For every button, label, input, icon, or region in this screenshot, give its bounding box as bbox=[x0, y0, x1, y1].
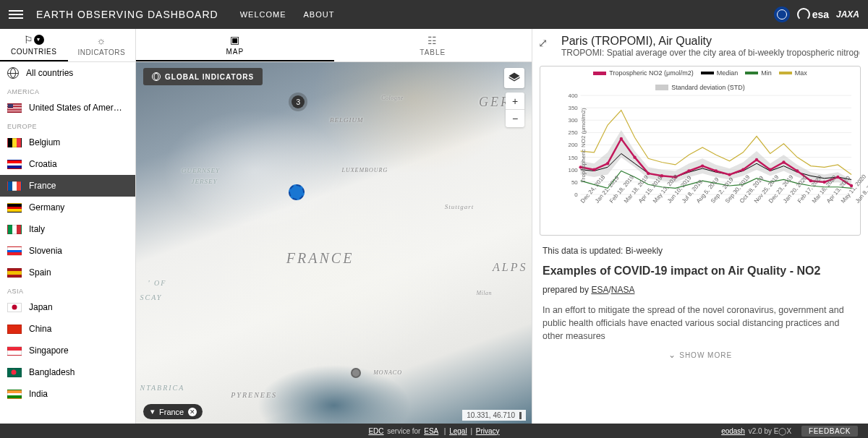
map[interactable]: FRANCE GERM ALPS BELGIUM LUXEMBOURG MONA… bbox=[136, 62, 532, 424]
country-sg[interactable]: Singapore bbox=[0, 340, 135, 361]
map-label-scay: SCAY bbox=[140, 293, 162, 301]
coordinates-display: 10.331, 46.710 bbox=[462, 410, 526, 421]
detail-panel: ⤢ Paris (TROPOMI), Air Quality TROPOMI: … bbox=[532, 29, 868, 424]
flag-it-icon bbox=[7, 225, 22, 234]
flag-us-icon bbox=[7, 103, 22, 113]
country-in[interactable]: India bbox=[0, 383, 135, 405]
filter-chip-label: France bbox=[159, 408, 184, 416]
jaxa-logo-icon[interactable]: JAXA bbox=[836, 9, 859, 20]
country-si[interactable]: Slovenia bbox=[0, 240, 135, 262]
svg-point-30 bbox=[741, 168, 744, 171]
flag-es-icon bbox=[7, 268, 22, 278]
country-be[interactable]: Belgium bbox=[0, 132, 135, 153]
eox-logo[interactable]: E◯X bbox=[774, 427, 791, 435]
country-de[interactable]: Germany bbox=[0, 197, 135, 218]
svg-text:100: 100 bbox=[569, 167, 579, 173]
svg-point-34 bbox=[796, 169, 799, 172]
globe-icon bbox=[152, 72, 161, 81]
link-esa-footer[interactable]: ESA bbox=[424, 427, 438, 435]
tab-map[interactable]: ▣ MAP bbox=[136, 29, 334, 61]
global-indicators-button[interactable]: GLOBAL INDICATORS bbox=[143, 68, 263, 85]
nasa-logo-icon[interactable] bbox=[774, 7, 790, 22]
global-indicators-label: GLOBAL INDICATORS bbox=[165, 73, 254, 81]
globe-icon bbox=[7, 67, 19, 79]
map-label-france: FRANCE bbox=[286, 250, 354, 267]
show-more-button[interactable]: SHOW MORE bbox=[542, 350, 858, 360]
nav-welcome[interactable]: WELCOME bbox=[240, 10, 286, 19]
svg-point-20 bbox=[606, 162, 609, 165]
link-nasa[interactable]: NASA bbox=[611, 285, 635, 295]
x-axis: Dec 24, 2018Jan 21, 2019Feb 18, 2019Mar … bbox=[563, 197, 856, 233]
body-text: In an effort to mitigate the spread of t… bbox=[542, 304, 858, 343]
map-label-of: ' OF bbox=[148, 279, 166, 287]
flag-in-icon bbox=[7, 390, 22, 399]
chart-legend: Tropospheric NO2 (μmol/m2) Median Min Ma… bbox=[545, 69, 856, 91]
svg-point-32 bbox=[769, 168, 772, 171]
tab-indicators[interactable]: ☼ INDICATORS bbox=[68, 29, 136, 61]
flag-de-icon bbox=[7, 203, 22, 212]
map-label-ntabrica: NTABRICA bbox=[140, 384, 184, 392]
legend-main: Tropospheric NO2 (μmol/m2) bbox=[609, 69, 693, 77]
map-label-belgium: BELGIUM bbox=[330, 116, 364, 124]
svg-point-19 bbox=[592, 168, 595, 171]
country-es[interactable]: Spain bbox=[0, 262, 135, 283]
map-label-pyrenees: PYRENEES bbox=[231, 391, 277, 399]
region-europe: EUROPE bbox=[0, 119, 135, 132]
svg-point-28 bbox=[715, 169, 718, 172]
flag-fr-icon bbox=[7, 181, 22, 191]
funnel-icon: ▾ bbox=[150, 407, 155, 416]
coordinates-text: 10.331, 46.710 bbox=[467, 411, 515, 419]
tab-countries[interactable]: ⚐ ▾ COUNTRIES bbox=[0, 29, 68, 61]
country-us[interactable]: United States of Amer… bbox=[0, 97, 135, 119]
layers-button[interactable] bbox=[504, 68, 524, 88]
link-edc[interactable]: EDC bbox=[368, 427, 383, 435]
app-title: EARTH OBSERVING DASHBOARD bbox=[36, 9, 218, 20]
country-fr[interactable]: France bbox=[0, 175, 135, 197]
country-all[interactable]: All countries bbox=[0, 62, 135, 84]
country-bd[interactable]: Bangladesh bbox=[0, 361, 135, 383]
menu-icon[interactable] bbox=[9, 7, 23, 22]
feedback-button[interactable]: FEEDBACK bbox=[801, 426, 858, 437]
country-jp[interactable]: Japan bbox=[0, 296, 135, 318]
svg-point-31 bbox=[755, 158, 758, 161]
bulb-icon: ☼ bbox=[97, 35, 106, 46]
expand-icon[interactable]: ⤢ bbox=[538, 36, 548, 50]
tab-table-label: TABLE bbox=[420, 48, 446, 56]
tab-countries-label: COUNTRIES bbox=[11, 48, 56, 56]
svg-text:50: 50 bbox=[571, 179, 578, 186]
info-icon[interactable] bbox=[519, 412, 522, 419]
marker-secondary[interactable] bbox=[351, 368, 361, 378]
flag-cn-icon bbox=[7, 325, 22, 334]
region-america: AMERICA bbox=[0, 84, 135, 97]
link-privacy[interactable]: Privacy bbox=[476, 427, 500, 435]
filter-icon: ▾ bbox=[34, 35, 44, 45]
table-icon: ☷ bbox=[427, 35, 438, 46]
filter-chip-france[interactable]: ▾ France ✕ bbox=[143, 404, 203, 419]
close-icon[interactable]: ✕ bbox=[188, 408, 197, 416]
zoom-out-button[interactable]: − bbox=[506, 110, 524, 127]
zoom-in-button[interactable]: + bbox=[506, 93, 524, 110]
nav-about[interactable]: ABOUT bbox=[304, 10, 335, 19]
link-esa[interactable]: ESA bbox=[591, 285, 608, 295]
svg-point-26 bbox=[687, 169, 690, 172]
marker-paris[interactable] bbox=[289, 184, 305, 200]
legend-min: Min bbox=[761, 69, 772, 77]
flag-jp-icon bbox=[7, 303, 22, 312]
marker-cluster[interactable]: 3 bbox=[292, 95, 305, 108]
country-cn[interactable]: China bbox=[0, 318, 135, 340]
map-label-cologne: Cologne bbox=[381, 95, 404, 101]
legend-max: Max bbox=[795, 69, 807, 77]
esa-logo-icon[interactable]: esa bbox=[797, 8, 829, 21]
tab-table[interactable]: ☷ TABLE bbox=[334, 29, 532, 61]
prepared-by: prepared by ESA/NASA bbox=[542, 285, 858, 295]
svg-text:350: 350 bbox=[569, 105, 579, 111]
country-hr[interactable]: Croatia bbox=[0, 153, 135, 175]
flag-be-icon bbox=[7, 138, 22, 147]
link-legal[interactable]: Legal bbox=[449, 427, 467, 435]
svg-point-21 bbox=[620, 137, 623, 140]
link-eodash[interactable]: eodash bbox=[721, 427, 745, 435]
country-it[interactable]: Italy bbox=[0, 218, 135, 240]
y-axis-label: Tropospheric NO2 (μmol/m2) bbox=[580, 108, 587, 182]
footer-version: eodash v2.0 by E◯X bbox=[720, 427, 791, 435]
svg-text:0: 0 bbox=[574, 192, 578, 197]
